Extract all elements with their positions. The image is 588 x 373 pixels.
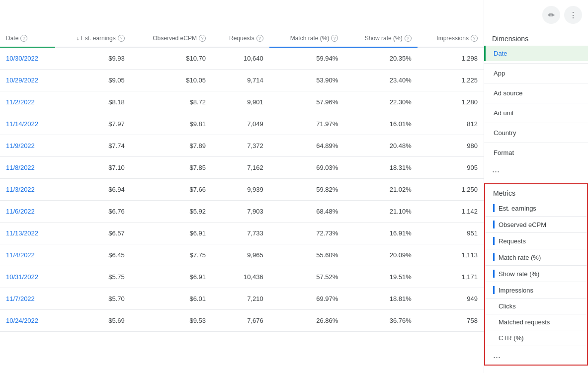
table-row[interactable]: 11/6/2022$6.76$5.927,90368.48%21.10%1,14… [0, 201, 484, 223]
table-row[interactable]: 10/29/2022$9.05$10.059,71453.90%23.40%1,… [0, 70, 484, 91]
col-header-est_earnings: ↓ Est. earnings? [55, 30, 131, 47]
cell-requests: 10,436 [212, 266, 269, 288]
cell-match_rate: 64.89% [269, 135, 344, 157]
cell-match_rate: 72.73% [269, 223, 344, 244]
dimensions-divider [484, 103, 588, 103]
cell-date: 10/30/2022 [0, 47, 55, 70]
question-icon-observed_ecpm[interactable]: ? [199, 35, 206, 42]
metric-item-match-rate-[interactable]: Match rate (%) [485, 249, 587, 265]
question-icon-est_earnings[interactable]: ? [118, 35, 125, 42]
metric-item-ctr-[interactable]: CTR (%) [485, 330, 587, 346]
metric-item-matched-requests[interactable]: Matched requests [485, 314, 587, 330]
cell-date: 10/31/2022 [0, 266, 55, 288]
cell-requests: 7,676 [212, 310, 269, 332]
metric-item-requests[interactable]: Requests [485, 233, 587, 249]
table-row[interactable]: 10/24/2022$5.69$9.537,67626.86%36.76%758 [0, 310, 484, 332]
cell-show_rate: 21.10% [344, 201, 417, 223]
cell-match_rate: 57.96% [269, 91, 344, 113]
sidebar-divider [484, 181, 588, 181]
cell-observed_ecpm: $10.70 [131, 47, 212, 70]
table-row[interactable]: 10/31/2022$5.75$6.9110,43657.52%19.51%1,… [0, 266, 484, 288]
table-row[interactable]: 11/4/2022$6.45$7.759,96555.60%20.09%1,11… [0, 244, 484, 266]
sidebar-item-date[interactable]: Date [484, 46, 588, 61]
cell-requests: 9,901 [212, 91, 269, 113]
more-options-button[interactable]: ⋮ [564, 6, 582, 24]
metric-item-impressions[interactable]: Impressions [485, 282, 587, 298]
cell-est_earnings: $6.57 [55, 223, 131, 244]
dimensions-divider [484, 83, 588, 83]
sidebar-item-ad-source[interactable]: Ad source [484, 85, 588, 101]
cell-date: 11/8/2022 [0, 157, 55, 179]
cell-match_rate: 68.48% [269, 201, 344, 223]
sidebar-item-ad-unit[interactable]: Ad unit [484, 105, 588, 121]
table-row[interactable]: 11/3/2022$6.94$7.669,93959.82%21.02%1,25… [0, 179, 484, 201]
cell-match_rate: 57.52% [269, 266, 344, 288]
cell-observed_ecpm: $8.72 [131, 91, 212, 113]
cell-observed_ecpm: $7.89 [131, 135, 212, 157]
cell-observed_ecpm: $6.01 [131, 288, 212, 310]
table-row[interactable]: 11/7/2022$5.70$6.017,21069.97%18.81%949 [0, 288, 484, 310]
cell-impressions: 1,280 [418, 91, 484, 113]
toolbar: ✏ ⋮ [542, 6, 582, 24]
metric-label: Show rate (%) [499, 270, 539, 278]
table-row[interactable]: 10/30/2022$9.93$10.7010,64059.94%20.35%1… [0, 47, 484, 70]
question-icon-match_rate[interactable]: ? [331, 35, 338, 42]
question-icon-date[interactable]: ? [20, 35, 27, 42]
cell-impressions: 1,250 [418, 179, 484, 201]
cell-impressions: 1,142 [418, 201, 484, 223]
metrics-title: Metrics [485, 184, 587, 200]
cell-impressions: 951 [418, 223, 484, 244]
cell-show_rate: 18.81% [344, 288, 417, 310]
table-row[interactable]: 11/2/2022$8.18$8.729,90157.96%22.30%1,28… [0, 91, 484, 113]
cell-show_rate: 16.01% [344, 113, 417, 135]
metrics-more-button[interactable]: ... [485, 346, 587, 365]
metric-item-est.-earnings[interactable]: Est. earnings [485, 200, 587, 216]
cell-show_rate: 19.51% [344, 266, 417, 288]
main-content: Date?↓ Est. earnings?Observed eCPM?Reque… [0, 0, 484, 373]
cell-requests: 9,939 [212, 179, 269, 201]
question-icon-requests[interactable]: ? [256, 35, 263, 42]
cell-impressions: 905 [418, 157, 484, 179]
col-header-impressions: Impressions? [418, 30, 484, 47]
cell-requests: 7,210 [212, 288, 269, 310]
main-container: ✏ ⋮ Date?↓ Est. earnings?Observed eCPM?R… [0, 0, 588, 373]
sidebar-item-app[interactable]: App [484, 66, 588, 81]
cell-impressions: 1,225 [418, 70, 484, 91]
metric-item-clicks[interactable]: Clicks [485, 298, 587, 314]
cell-match_rate: 69.03% [269, 157, 344, 179]
cell-est_earnings: $5.75 [55, 266, 131, 288]
table-row[interactable]: 11/13/2022$6.57$6.917,73372.73%16.91%951 [0, 223, 484, 244]
cell-requests: 7,733 [212, 223, 269, 244]
question-icon-show_rate[interactable]: ? [405, 35, 412, 42]
table-row[interactable]: 11/8/2022$7.10$7.857,16269.03%18.31%905 [0, 157, 484, 179]
col-header-date: Date? [0, 30, 55, 47]
dimensions-more-button[interactable]: ... [484, 160, 588, 179]
cell-est_earnings: $7.74 [55, 135, 131, 157]
cell-date: 11/6/2022 [0, 201, 55, 223]
metric-label: Impressions [499, 287, 533, 294]
col-label-est_earnings: ↓ Est. earnings [76, 35, 115, 42]
col-header-requests: Requests? [212, 30, 269, 47]
metric-item-observed-ecpm[interactable]: Observed eCPM [485, 217, 587, 232]
cell-observed_ecpm: $6.91 [131, 223, 212, 244]
cell-requests: 7,903 [212, 201, 269, 223]
table-row[interactable]: 11/9/2022$7.74$7.897,37264.89%20.48%980 [0, 135, 484, 157]
edit-button[interactable]: ✏ [542, 6, 560, 24]
metric-item-show-rate-[interactable]: Show rate (%) [485, 266, 587, 282]
sidebar-item-format[interactable]: Format [484, 145, 588, 160]
table-row[interactable]: 11/14/2022$7.97$9.817,04971.97%16.01%812 [0, 113, 484, 135]
cell-est_earnings: $6.76 [55, 201, 131, 223]
cell-est_earnings: $5.70 [55, 288, 131, 310]
cell-observed_ecpm: $6.91 [131, 266, 212, 288]
sidebar-item-country[interactable]: Country [484, 125, 588, 141]
cell-est_earnings: $6.45 [55, 244, 131, 266]
question-icon-impressions[interactable]: ? [471, 35, 478, 42]
cell-date: 11/7/2022 [0, 288, 55, 310]
cell-est_earnings: $7.10 [55, 157, 131, 179]
cell-est_earnings: $8.18 [55, 91, 131, 113]
col-label-impressions: Impressions [436, 35, 469, 42]
metric-bar [493, 204, 495, 212]
cell-requests: 7,049 [212, 113, 269, 135]
cell-observed_ecpm: $9.81 [131, 113, 212, 135]
metric-label: Matched requests [499, 318, 550, 326]
